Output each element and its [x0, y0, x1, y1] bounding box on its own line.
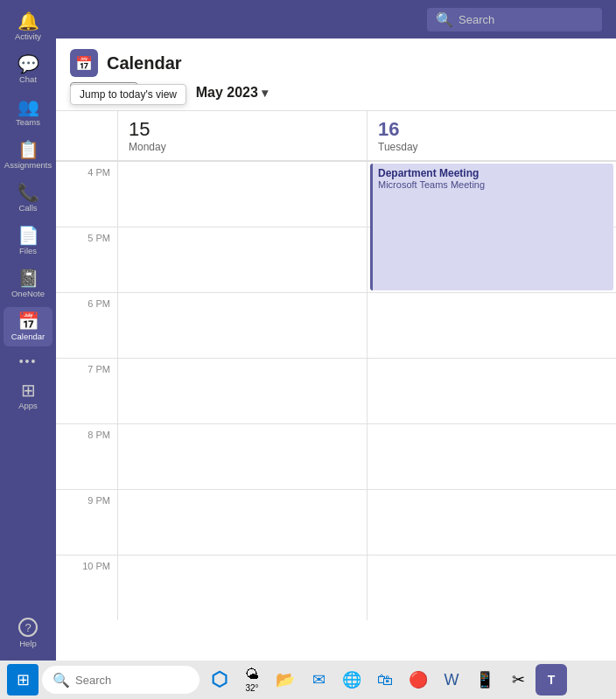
sidebar-item-label: Teams [16, 117, 40, 127]
sidebar-item-activity[interactable]: 🔔 Activity [4, 7, 52, 46]
sidebar-item-label: Activity [15, 31, 41, 41]
day-cell-mon-4pm [117, 161, 367, 227]
month-label: May 2023 ▾ [196, 85, 268, 101]
sidebar-item-more[interactable]: ••• [4, 350, 52, 373]
day-cell-mon-6pm [117, 292, 367, 358]
taskbar-search-icon: 🔍 [52, 672, 70, 689]
event-title: Department Meeting [378, 167, 608, 179]
taskbar-search-box[interactable]: 🔍 [42, 666, 200, 694]
assignments-icon: 📋 [18, 141, 39, 158]
day-name-tuesday: Tuesday [378, 141, 606, 153]
calendar-title: Calendar [107, 53, 182, 73]
search-box[interactable]: 🔍 [427, 8, 602, 31]
day-cell-mon-8pm [117, 423, 367, 489]
mail-app[interactable]: ✉ [303, 664, 334, 696]
day-cell-tue-4pm[interactable]: Department Meeting Microsoft Teams Meeti… [367, 161, 616, 227]
cortana-app[interactable]: ⬡ [203, 664, 234, 696]
calendar-icon: 📅 [18, 312, 39, 330]
calls-icon: 📞 [18, 184, 39, 201]
time-label-7pm: 7 PM [56, 358, 117, 423]
day-cell-tue-8pm [367, 423, 616, 489]
main-content: 📅 Calendar Jump to today's view 📅 Today … [56, 38, 616, 661]
sidebar-item-calls[interactable]: 📞 Calls [4, 178, 52, 218]
calendar-app-icon: 📅 [70, 49, 98, 77]
sidebar-item-calendar[interactable]: 📅 Calendar [4, 307, 52, 346]
sidebar-item-label: OneNote [11, 289, 45, 298]
sidebar-item-chat[interactable]: 💬 Chat [4, 50, 52, 89]
time-grid: 4 PM Department Meeting Microsoft Teams … [56, 161, 616, 620]
snipping-tool-app[interactable]: ✂ [502, 664, 534, 696]
sidebar-item-assignments[interactable]: 📋 Assignments [4, 136, 52, 175]
sidebar-item-label: Chat [19, 74, 37, 84]
calendar-title-row: 📅 Calendar Jump to today's view [70, 49, 602, 77]
calendar-header: 📅 Calendar Jump to today's view 📅 Today … [56, 38, 616, 111]
weather-temp: 32° [245, 683, 259, 694]
teams-app[interactable]: T [536, 664, 567, 696]
sidebar-item-label: Assignments [4, 160, 52, 170]
day-cell-tue-9pm [367, 489, 616, 555]
sidebar-item-help[interactable]: ? Help [4, 612, 52, 654]
month-dropdown-icon[interactable]: ▾ [262, 86, 268, 100]
sidebar-item-label: Help [19, 639, 37, 648]
day-cell-mon-10pm [117, 555, 367, 620]
time-label-5pm: 5 PM [56, 227, 117, 292]
day-name-monday: Monday [129, 141, 356, 153]
store-app[interactable]: 🛍 [369, 664, 401, 696]
time-label-6pm: 6 PM [56, 292, 117, 358]
sidebar-item-label: Apps [18, 401, 38, 410]
day-cell-tue-10pm [367, 555, 616, 620]
day-header-tuesday: 16 Tuesday [367, 111, 616, 160]
help-icon: ? [18, 618, 38, 637]
day-cell-tue-7pm [367, 358, 616, 423]
search-input[interactable] [458, 13, 598, 26]
activity-icon: 🔔 [18, 12, 39, 30]
sidebar-item-label: Files [19, 246, 37, 255]
time-header [56, 111, 117, 160]
sidebar: 🔔 Activity 💬 Chat 👥 Teams 📋 Assignments … [0, 0, 56, 661]
time-label-9pm: 9 PM [56, 489, 117, 555]
time-label-4pm: 4 PM [56, 161, 117, 227]
word-app[interactable]: W [436, 664, 467, 696]
file-explorer-app[interactable]: 📂 [270, 664, 301, 696]
column-headers: 15 Monday 16 Tuesday [56, 111, 616, 161]
sidebar-item-label: Calendar [11, 332, 46, 341]
topbar: 🔍 [56, 0, 616, 38]
department-meeting-event[interactable]: Department Meeting Microsoft Teams Meeti… [370, 164, 613, 290]
day-cell-mon-9pm [117, 489, 367, 555]
sidebar-item-onenote[interactable]: 📓 OneNote [4, 264, 52, 304]
day-num-15: 15 [129, 118, 356, 141]
more-icon: ••• [19, 355, 38, 367]
sidebar-item-apps[interactable]: ⊞ Apps [4, 376, 52, 416]
taskbar: ⊞ 🔍 ⬡ 🌤 32° 📂 ✉ 🌐 🛍 🔴 W 📱 ✂ T [0, 661, 616, 699]
chrome-app[interactable]: 🔴 [402, 664, 434, 696]
month-text: May 2023 [196, 85, 258, 101]
time-label-8pm: 8 PM [56, 423, 117, 489]
sidebar-item-files[interactable]: 📄 Files [4, 221, 52, 261]
sidebar-item-label: Calls [18, 203, 37, 213]
files-icon: 📄 [18, 227, 39, 244]
day-header-monday: 15 Monday [117, 111, 367, 160]
calendar-body: 15 Monday 16 Tuesday 4 PM Department Mee… [56, 111, 616, 661]
day-cell-mon-5pm [117, 227, 367, 292]
event-subtitle: Microsoft Teams Meeting [378, 179, 608, 190]
day-num-16: 16 [378, 118, 606, 141]
day-cell-tue-6pm [367, 292, 616, 358]
weather-app[interactable]: 🌤 32° [236, 664, 268, 696]
search-icon: 🔍 [436, 11, 453, 28]
time-label-10pm: 10 PM [56, 555, 117, 620]
edge-app[interactable]: 🌐 [336, 664, 368, 696]
day-cell-mon-7pm [117, 358, 367, 423]
start-button[interactable]: ⊞ [7, 664, 38, 696]
taskbar-apps: ⬡ 🌤 32° 📂 ✉ 🌐 🛍 🔴 W 📱 ✂ T [203, 664, 609, 696]
apps-icon: ⊞ [21, 381, 36, 399]
calendar-tooltip: Jump to today's view [70, 84, 186, 105]
taskbar-search-input[interactable] [75, 674, 189, 687]
chat-icon: 💬 [18, 55, 39, 73]
teams-icon: 👥 [18, 98, 39, 115]
sidebar-item-teams[interactable]: 👥 Teams [4, 93, 52, 132]
onenote-icon: 📓 [18, 269, 39, 287]
phone-link-app[interactable]: 📱 [469, 664, 500, 696]
